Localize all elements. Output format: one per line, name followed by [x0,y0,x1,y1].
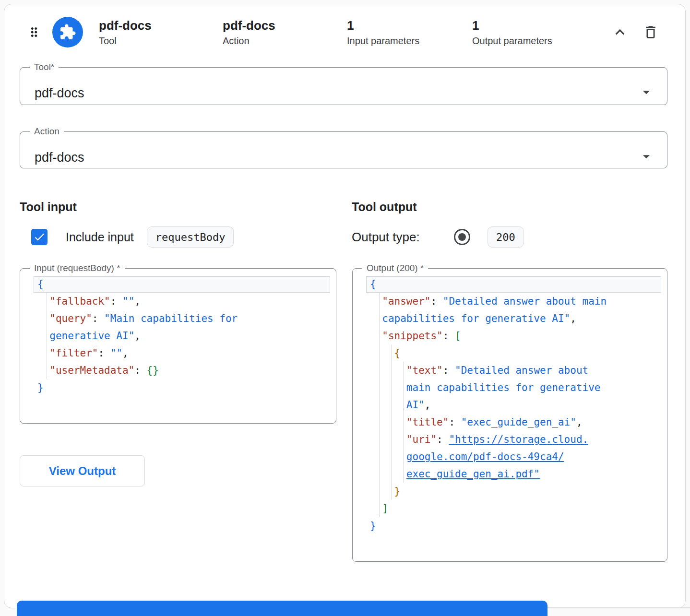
code-line: AI", [357,396,663,414]
code-line: } [24,379,332,396]
action-select-label: Action [30,126,64,137]
input-json-editor[interactable]: { "fallback": "", "query": "Main capabil… [24,273,332,396]
input-requestbody-label: Input (requestBody) * [30,263,125,273]
code-line: "filter": "", [24,344,332,362]
request-body-chip[interactable]: requestBody [147,226,234,248]
header-tool-summary: pdf-docs Tool [99,18,223,47]
code-line: "snippets": [ [357,327,663,344]
code-line: } [357,517,663,534]
code-line: { [357,275,663,293]
output-params-count: 1 [472,18,609,33]
code-line: "query": "Main capabilities for [24,310,332,327]
header-action-summary: pdf-docs Action [223,18,347,47]
code-line: "uri": "https://storage.cloud. [357,431,663,448]
trash-icon [642,24,659,40]
code-line: { [357,344,663,362]
header-output-params: 1 Output parameters [472,18,609,47]
include-input-row: Include input requestBody [20,226,234,248]
header-tool-name: pdf-docs [99,18,223,33]
collapse-button[interactable] [609,22,631,43]
code-line: exec_guide_gen_ai.pdf" [357,465,663,483]
code-line: ] [357,500,663,517]
header-action-name: pdf-docs [223,18,347,33]
output-type-radio[interactable] [454,229,470,245]
tool-output-heading: Tool output [352,200,417,214]
include-input-checkbox[interactable] [31,229,48,245]
chevron-up-icon [611,23,629,41]
code-line: "answer": "Detailed answer about main [357,293,663,310]
header-action-label: Action [223,35,347,47]
code-line: "text": "Detailed answer about [357,362,663,379]
code-line: } [357,483,663,500]
input-params-count: 1 [347,18,472,33]
output-200-field: Output (200) * { "answer": "Detailed ans… [352,263,667,562]
input-params-label: Input parameters [347,35,472,47]
bottom-divider-line [547,607,690,608]
view-output-button[interactable]: View Output [20,455,145,486]
tool-card-header: pdf-docs Tool pdf-docs Action 1 Input pa… [4,15,685,49]
output-200-label: Output (200) * [362,263,428,273]
output-type-chip-200[interactable]: 200 [488,226,524,248]
code-line: { [24,275,332,293]
output-params-label: Output parameters [472,35,609,47]
code-line: main capabilities for generative [357,379,663,396]
tool-input-heading: Tool input [20,200,77,214]
code-line: capabilities for generative AI", [357,310,663,327]
dropdown-arrow-icon [638,148,654,166]
output-json-editor[interactable]: { "answer": "Detailed answer about main … [357,273,663,534]
action-select-value: pdf-docs [35,150,84,165]
code-line: generative AI", [24,327,332,344]
radio-dot-icon [458,233,466,241]
dropdown-arrow-icon [638,84,654,102]
header-tool-label: Tool [99,35,223,47]
check-icon [33,231,46,243]
tool-select[interactable]: Tool* pdf-docs [20,62,667,105]
input-requestbody-field: Input (requestBody) * { "fallback": "", … [20,263,336,424]
tool-select-value: pdf-docs [35,86,84,101]
tool-select-label: Tool* [30,62,59,72]
code-line: "userMetadata": {} [24,362,332,379]
code-line: "title": "exec_guide_gen_ai", [357,414,663,431]
code-line: google.com/pdf-docs-49ca4/ [357,448,663,465]
tool-card: pdf-docs Tool pdf-docs Action 1 Input pa… [4,4,686,608]
extension-icon [52,17,83,47]
header-input-params: 1 Input parameters [347,18,472,47]
include-input-label: Include input [66,230,134,244]
delete-button[interactable] [640,22,661,43]
output-type-row: Output type: 200 [352,226,524,248]
code-line: "fallback": "", [24,293,332,310]
bottom-blue-bar [17,601,547,616]
drag-handle-icon[interactable] [26,24,42,40]
action-select[interactable]: Action pdf-docs [20,126,667,168]
output-type-label: Output type: [352,230,454,245]
